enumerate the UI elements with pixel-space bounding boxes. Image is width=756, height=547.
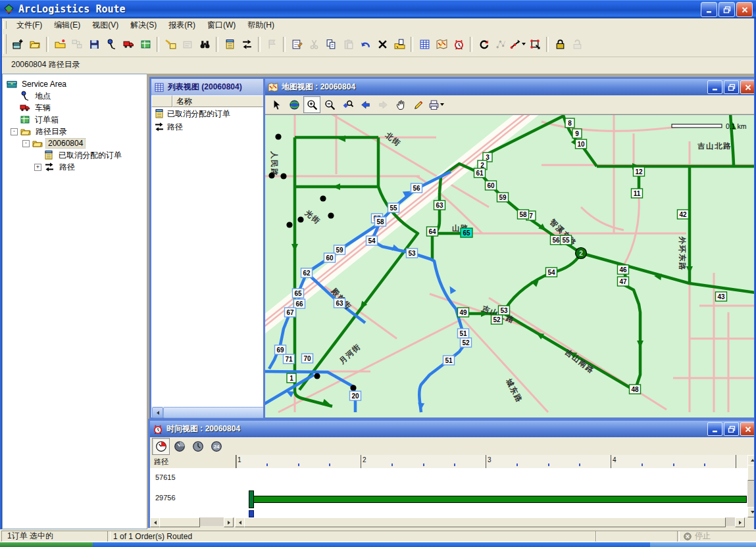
dropdown-caret-icon[interactable] [522, 43, 526, 45]
menu-item-5[interactable]: 窗口(W) [201, 18, 241, 32]
map-stop[interactable]: 58 [375, 217, 386, 226]
properties-button[interactable] [288, 36, 305, 53]
map-stop[interactable]: 52 [491, 315, 503, 324]
paste-into-button[interactable] [391, 36, 408, 53]
map-stop[interactable]: 42 [678, 210, 689, 219]
map-stop[interactable]: 10 [576, 139, 587, 149]
map-stop[interactable]: 66 [294, 299, 305, 308]
scroll-thumb[interactable] [747, 465, 754, 481]
time-label-h-scrollbar[interactable] [150, 517, 234, 526]
map-stop[interactable]: 71 [284, 354, 295, 364]
map-canvas[interactable]: 北街人民路光街吉山北路外环东路智溪东路山路殿前街吉山二路吉山南路月河街城东路56… [265, 114, 754, 417]
time-view-button[interactable] [450, 36, 467, 53]
toolbar-grip[interactable] [3, 34, 7, 54]
collapse-icon[interactable]: - [11, 128, 18, 135]
map-stop[interactable]: 60 [324, 253, 336, 262]
map-stop[interactable]: 53 [499, 306, 510, 315]
menu-item-0[interactable]: 文件(F) [11, 18, 48, 32]
route-start-marker[interactable] [249, 490, 254, 508]
rebuild-route-button[interactable] [475, 36, 492, 53]
map-stop[interactable]: 12 [634, 167, 645, 176]
scroll-thumb[interactable] [159, 517, 200, 527]
pan-button[interactable] [392, 96, 409, 113]
vehicle-stop[interactable]: 2 [576, 248, 587, 259]
clock-half-button[interactable] [170, 438, 188, 455]
menu-item-2[interactable]: 视图(V) [86, 18, 124, 32]
list-view-button[interactable] [416, 36, 433, 53]
menu-grip[interactable] [3, 21, 7, 29]
map-view-close-button[interactable] [740, 80, 754, 94]
map-stop[interactable]: 49 [458, 308, 469, 317]
map-stop[interactable]: 51 [458, 329, 469, 338]
menu-item-4[interactable]: 报表(R) [163, 18, 201, 32]
map-stop[interactable]: 55 [561, 235, 572, 245]
collapse-icon[interactable]: - [22, 140, 30, 147]
time-view-minimize-button[interactable] [707, 422, 722, 436]
truck-button[interactable] [120, 36, 137, 53]
import-orders-button[interactable] [162, 36, 179, 53]
tree-item-[interactable]: 订单箱 [3, 114, 147, 126]
tree-item-ServiceArea[interactable]: Service Area [3, 78, 147, 90]
find-button[interactable] [196, 36, 213, 53]
map-stop[interactable]: 60 [486, 181, 497, 190]
scroll-left-button[interactable] [150, 517, 160, 527]
list-column-blank[interactable] [151, 95, 172, 107]
globe-button[interactable] [286, 96, 303, 113]
minimize-button[interactable] [701, 2, 717, 17]
scroll-left-button[interactable] [235, 517, 245, 527]
time-chart-h-scrollbar[interactable] [235, 517, 745, 526]
route-stops-button[interactable] [509, 36, 526, 53]
map-stop[interactable]: 55 [388, 203, 399, 212]
map-stop[interactable]: 47 [618, 277, 629, 286]
map-stop[interactable]: 58 [518, 210, 529, 219]
map-view-titlebar[interactable]: 地图视图 : 20060804 [265, 79, 754, 95]
menu-item-6[interactable]: 帮助(H) [241, 18, 280, 32]
zoom-in-button[interactable] [303, 96, 320, 113]
tree-item-[interactable]: 地点 [3, 90, 147, 102]
route-gantt-bar[interactable] [251, 496, 747, 503]
pointer-button[interactable] [268, 96, 285, 113]
map-stop[interactable]: 63 [434, 201, 445, 210]
tree-item-[interactable]: +路径 [3, 161, 147, 173]
os-taskbar[interactable] [0, 542, 756, 547]
map-stop[interactable]: 54 [366, 236, 378, 245]
menu-item-3[interactable]: 解决(S) [124, 18, 163, 32]
undo-button[interactable] [357, 36, 374, 53]
map-stop[interactable]: 53 [407, 249, 418, 258]
map-stop[interactable]: 69 [275, 345, 286, 354]
map-stop[interactable]: 43 [716, 292, 727, 301]
time-view-maximize-button[interactable] [724, 422, 739, 436]
scroll-down-button[interactable] [747, 507, 754, 517]
dropdown-caret-icon[interactable] [440, 103, 444, 106]
restore-button[interactable] [718, 2, 735, 17]
scroll-up-button[interactable] [747, 455, 754, 465]
current-stop[interactable]: 65 [461, 228, 472, 237]
stop-button[interactable]: 停止 [677, 531, 756, 542]
timeline-cursor-marker[interactable] [249, 510, 254, 517]
routes-button[interactable] [238, 36, 255, 53]
zoom-out-button[interactable] [321, 96, 338, 113]
map-stop[interactable]: 48 [630, 385, 641, 394]
expand-icon[interactable]: + [34, 164, 41, 171]
map-stop[interactable]: 11 [632, 189, 643, 198]
map-stop[interactable]: 9 [572, 129, 582, 138]
print-button[interactable] [428, 96, 445, 113]
clock-plain-button[interactable] [189, 438, 207, 455]
new-folder-button[interactable] [51, 36, 68, 53]
map-stop[interactable]: 46 [618, 265, 629, 274]
pencil-button[interactable] [410, 96, 427, 113]
scroll-right-button[interactable] [735, 517, 745, 527]
menu-item-1[interactable]: 编辑(E) [48, 18, 86, 32]
reassign-stops-button[interactable] [526, 36, 543, 53]
map-view-maximize-button[interactable] [724, 80, 739, 94]
map-stop[interactable]: 20 [350, 391, 361, 400]
time-column-header[interactable]: 路径 [150, 455, 237, 468]
time-v-scrollbar[interactable] [747, 455, 754, 517]
map-stop[interactable]: 54 [546, 268, 557, 277]
map-stop[interactable]: 51 [443, 356, 455, 365]
time-view-titlebar[interactable]: 时间视图 : 20060804 [150, 421, 754, 437]
copy-button[interactable] [322, 36, 340, 53]
order-box-button[interactable] [137, 36, 154, 53]
map-view-button[interactable] [433, 36, 450, 53]
tree-item-[interactable]: -路径目录 [3, 126, 147, 137]
